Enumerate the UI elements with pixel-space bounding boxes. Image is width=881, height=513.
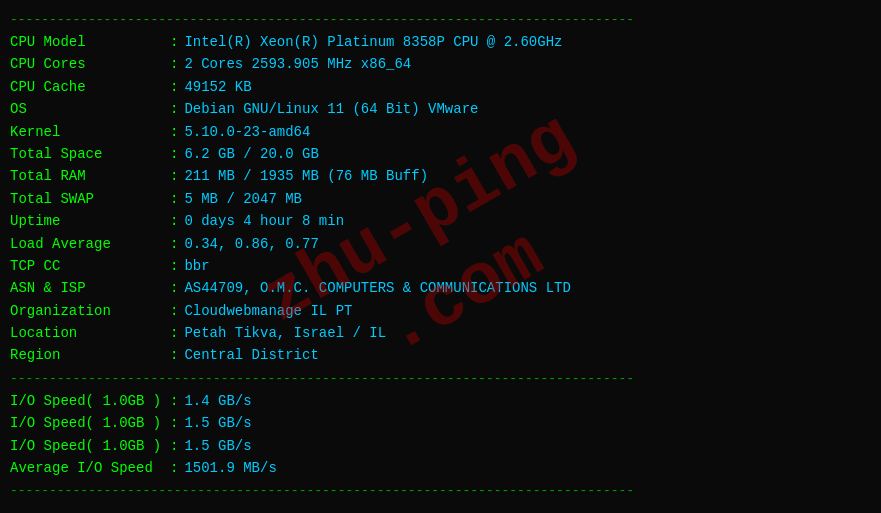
row-label: Average I/O Speed: [10, 457, 170, 479]
row-label: I/O Speed( 1.0GB ): [10, 390, 170, 412]
row-value: Debian GNU/Linux 11 (64 Bit) VMware: [184, 98, 478, 120]
table-row: ASN & ISP : AS44709, O.M.C. COMPUTERS & …: [10, 277, 871, 299]
row-label: TCP CC: [10, 255, 170, 277]
row-label: Region: [10, 344, 170, 366]
row-colon: :: [170, 277, 178, 299]
row-label: Total Space: [10, 143, 170, 165]
table-row: Total Space : 6.2 GB / 20.0 GB: [10, 143, 871, 165]
table-row: Total SWAP : 5 MB / 2047 MB: [10, 188, 871, 210]
row-colon: :: [170, 98, 178, 120]
table-row: CPU Cores : 2 Cores 2593.905 MHz x86_64: [10, 53, 871, 75]
row-colon: :: [170, 390, 178, 412]
table-row: Organization : Cloudwebmanage IL PT: [10, 300, 871, 322]
row-value: Central District: [184, 344, 318, 366]
table-row: Average I/O Speed : 1501.9 MB/s: [10, 457, 871, 479]
row-colon: :: [170, 322, 178, 344]
table-row: TCP CC : bbr: [10, 255, 871, 277]
table-row: CPU Model : Intel(R) Xeon(R) Platinum 83…: [10, 31, 871, 53]
row-label: Organization: [10, 300, 170, 322]
row-colon: :: [170, 457, 178, 479]
row-colon: :: [170, 121, 178, 143]
row-label: Uptime: [10, 210, 170, 232]
top-divider: ----------------------------------------…: [10, 12, 871, 27]
middle-divider: ----------------------------------------…: [10, 371, 871, 386]
io-info-section: I/O Speed( 1.0GB ) : 1.4 GB/s I/O Speed(…: [10, 390, 871, 480]
row-colon: :: [170, 210, 178, 232]
row-colon: :: [170, 31, 178, 53]
row-value: 1.4 GB/s: [184, 390, 251, 412]
table-row: OS : Debian GNU/Linux 11 (64 Bit) VMware: [10, 98, 871, 120]
row-label: OS: [10, 98, 170, 120]
row-colon: :: [170, 143, 178, 165]
row-label: CPU Model: [10, 31, 170, 53]
row-label: I/O Speed( 1.0GB ): [10, 435, 170, 457]
row-value: 1.5 GB/s: [184, 435, 251, 457]
row-label: Total SWAP: [10, 188, 170, 210]
table-row: Total RAM : 211 MB / 1935 MB (76 MB Buff…: [10, 165, 871, 187]
row-value: 1.5 GB/s: [184, 412, 251, 434]
row-label: CPU Cache: [10, 76, 170, 98]
table-row: I/O Speed( 1.0GB ) : 1.5 GB/s: [10, 412, 871, 434]
row-colon: :: [170, 188, 178, 210]
row-colon: :: [170, 344, 178, 366]
row-label: I/O Speed( 1.0GB ): [10, 412, 170, 434]
table-row: CPU Cache : 49152 KB: [10, 76, 871, 98]
table-row: Kernel : 5.10.0-23-amd64: [10, 121, 871, 143]
row-value: bbr: [184, 255, 209, 277]
row-value: AS44709, O.M.C. COMPUTERS & COMMUNICATIO…: [184, 277, 570, 299]
row-value: 6.2 GB / 20.0 GB: [184, 143, 318, 165]
bottom-divider: ----------------------------------------…: [10, 483, 871, 498]
table-row: Uptime : 0 days 4 hour 8 min: [10, 210, 871, 232]
table-row: Load Average : 0.34, 0.86, 0.77: [10, 233, 871, 255]
row-value: 211 MB / 1935 MB (76 MB Buff): [184, 165, 428, 187]
row-colon: :: [170, 53, 178, 75]
row-value: 0.34, 0.86, 0.77: [184, 233, 318, 255]
table-row: I/O Speed( 1.0GB ) : 1.4 GB/s: [10, 390, 871, 412]
row-label: Kernel: [10, 121, 170, 143]
row-label: ASN & ISP: [10, 277, 170, 299]
row-value: 5.10.0-23-amd64: [184, 121, 310, 143]
row-colon: :: [170, 255, 178, 277]
system-info-section: CPU Model : Intel(R) Xeon(R) Platinum 83…: [10, 31, 871, 367]
row-value: 2 Cores 2593.905 MHz x86_64: [184, 53, 411, 75]
row-colon: :: [170, 233, 178, 255]
row-value: 0 days 4 hour 8 min: [184, 210, 344, 232]
row-colon: :: [170, 435, 178, 457]
row-label: Load Average: [10, 233, 170, 255]
row-colon: :: [170, 300, 178, 322]
row-value: 49152 KB: [184, 76, 251, 98]
row-label: CPU Cores: [10, 53, 170, 75]
row-colon: :: [170, 412, 178, 434]
row-colon: :: [170, 76, 178, 98]
table-row: Location : Petah Tikva, Israel / IL: [10, 322, 871, 344]
row-label: Total RAM: [10, 165, 170, 187]
table-row: Region : Central District: [10, 344, 871, 366]
row-value: Petah Tikva, Israel / IL: [184, 322, 386, 344]
row-label: Location: [10, 322, 170, 344]
row-colon: :: [170, 165, 178, 187]
row-value: 1501.9 MB/s: [184, 457, 276, 479]
row-value: Cloudwebmanage IL PT: [184, 300, 352, 322]
table-row: I/O Speed( 1.0GB ) : 1.5 GB/s: [10, 435, 871, 457]
row-value: 5 MB / 2047 MB: [184, 188, 302, 210]
row-value: Intel(R) Xeon(R) Platinum 8358P CPU @ 2.…: [184, 31, 562, 53]
